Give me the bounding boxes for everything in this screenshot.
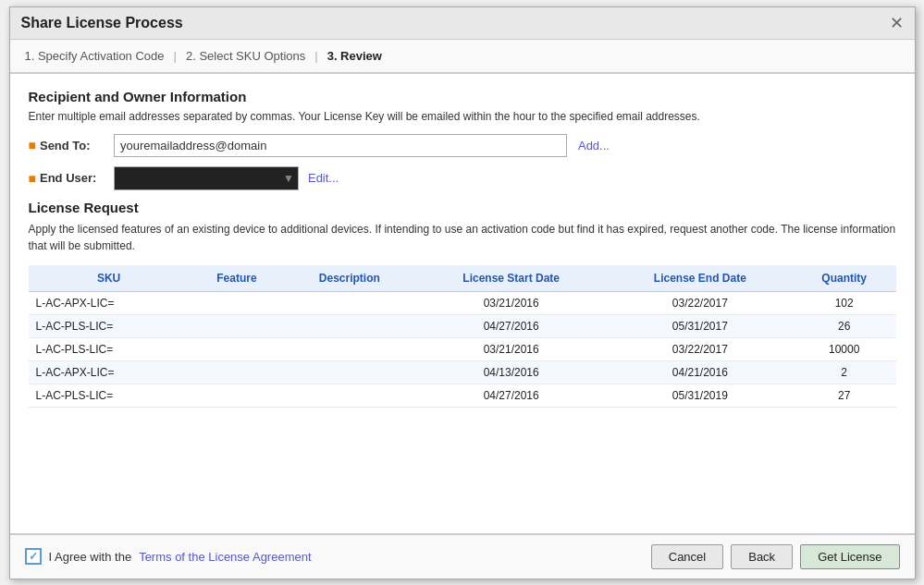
table-cell-description (284, 337, 414, 360)
table-cell-sku: L-AC-PLS-LIC= (29, 337, 190, 360)
license-section: License Request Apply the licensed featu… (29, 200, 896, 408)
step-separator-1: | (174, 49, 177, 63)
table-cell-feature (190, 314, 284, 337)
col-feature: Feature (190, 265, 284, 292)
table-cell-qty: 2 (793, 360, 896, 384)
table-row: L-AC-PLS-LIC=04/27/201605/31/201726 (29, 314, 896, 337)
table-cell-start: 04/27/2016 (415, 314, 608, 337)
license-section-desc: Apply the licensed features of an existi… (29, 221, 896, 254)
dropdown-arrow-icon: ▼ (283, 172, 294, 185)
footer-left: I Agree with the Terms of the License Ag… (25, 548, 312, 565)
table-cell-qty: 10000 (793, 337, 896, 360)
agree-text: I Agree with the (49, 550, 132, 564)
end-user-label: End User: (40, 171, 114, 185)
add-link[interactable]: Add... (578, 139, 610, 152)
table-cell-sku: L-AC-APX-LIC= (29, 291, 190, 314)
table-cell-end: 05/31/2019 (608, 384, 793, 407)
table-cell-sku: L-AC-PLS-LIC= (29, 384, 190, 407)
table-row: L-AC-PLS-LIC=03/21/201603/22/201710000 (29, 337, 896, 360)
table-cell-qty: 27 (793, 384, 896, 407)
table-cell-sku: L-AC-PLS-LIC= (29, 314, 190, 337)
end-user-select-redacted[interactable]: ▼ (114, 166, 299, 190)
table-cell-end: 05/31/2017 (608, 314, 793, 337)
table-cell-sku: L-AC-APX-LIC= (29, 360, 190, 384)
table-cell-end: 03/22/2017 (608, 337, 793, 360)
license-table-header-row: SKU Feature Description License Start Da… (29, 265, 896, 292)
dialog-header: Share License Process ✕ (10, 7, 915, 40)
table-cell-qty: 102 (793, 291, 896, 314)
step-1: 1. Specify Activation Code (25, 49, 165, 63)
table-cell-feature (190, 360, 284, 384)
dialog-title: Share License Process (21, 15, 183, 31)
send-to-label: Send To: (40, 139, 114, 152)
license-table-header: SKU Feature Description License Start Da… (29, 265, 896, 292)
col-end-date: License End Date (608, 265, 793, 292)
table-cell-start: 04/27/2016 (415, 384, 608, 407)
table-cell-end: 03/22/2017 (608, 291, 793, 314)
table-cell-description (284, 360, 414, 384)
table-row: L-AC-PLS-LIC=04/27/201605/31/201927 (29, 384, 896, 407)
col-start-date: License Start Date (415, 265, 608, 292)
table-cell-description (284, 291, 414, 314)
license-section-title: License Request (29, 200, 896, 215)
agree-checkbox[interactable] (25, 548, 42, 565)
table-cell-qty: 26 (793, 314, 896, 337)
table-row: L-AC-APX-LIC=03/21/201603/22/2017102 (29, 291, 896, 314)
send-to-input[interactable] (114, 134, 567, 157)
table-cell-description (284, 314, 414, 337)
table-cell-start: 03/21/2016 (415, 291, 608, 314)
col-quantity: Quantity (793, 265, 896, 292)
close-button[interactable]: ✕ (890, 15, 904, 31)
steps-bar: 1. Specify Activation Code | 2. Select S… (10, 40, 915, 74)
step-2: 2. Select SKU Options (186, 49, 305, 63)
share-license-dialog: Share License Process ✕ 1. Specify Activ… (9, 6, 916, 579)
recipient-section-title: Recipient and Owner Information (29, 89, 896, 104)
send-to-row: ■ Send To: Add... (29, 134, 896, 157)
table-cell-description (284, 384, 414, 407)
get-license-button[interactable]: Get License (800, 544, 899, 569)
cancel-button[interactable]: Cancel (651, 544, 723, 569)
col-sku: SKU (29, 265, 190, 292)
back-button[interactable]: Back (731, 544, 793, 569)
dialog-footer: I Agree with the Terms of the License Ag… (10, 533, 915, 579)
license-table: SKU Feature Description License Start Da… (29, 265, 896, 408)
end-user-select-wrapper: ▼ (114, 166, 299, 190)
dialog-body: Recipient and Owner Information Enter mu… (10, 74, 915, 533)
table-cell-feature (190, 291, 284, 314)
table-cell-start: 03/21/2016 (415, 337, 608, 360)
recipient-section: Recipient and Owner Information Enter mu… (29, 89, 896, 190)
table-cell-end: 04/21/2016 (608, 360, 793, 384)
footer-right: Cancel Back Get License (651, 544, 900, 569)
license-table-body: L-AC-APX-LIC=03/21/201603/22/2017102L-AC… (29, 291, 896, 407)
step-3: 3. Review (327, 49, 382, 63)
table-cell-start: 04/13/2016 (415, 360, 608, 384)
table-cell-feature (190, 337, 284, 360)
recipient-section-desc: Enter multiple email addresses separated… (29, 110, 896, 123)
end-user-row: ■ End User: ▼ Edit... (29, 166, 896, 190)
end-user-required-star: ■ (29, 171, 36, 186)
send-to-required-star: ■ (29, 138, 36, 152)
table-row: L-AC-APX-LIC=04/13/201604/21/20162 (29, 360, 896, 384)
table-cell-feature (190, 384, 284, 407)
terms-link[interactable]: Terms of the License Agreement (139, 550, 311, 564)
col-description: Description (284, 265, 414, 292)
step-separator-2: | (314, 49, 317, 63)
edit-link[interactable]: Edit... (308, 171, 339, 185)
